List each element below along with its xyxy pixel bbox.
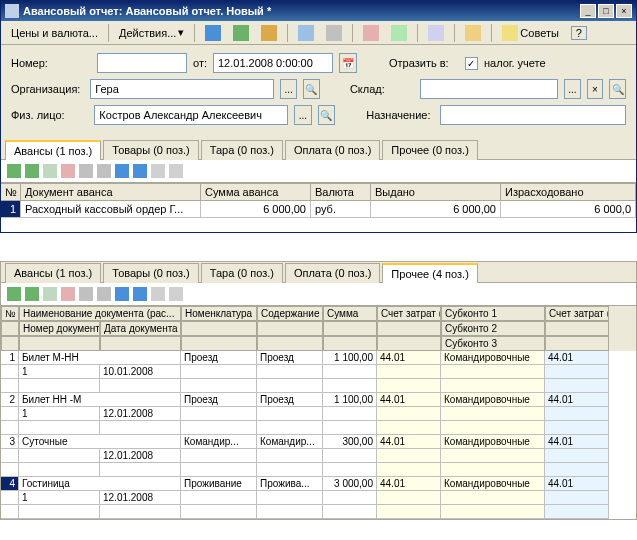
g2h-sub2[interactable]: Субконто 2: [441, 321, 545, 336]
org-input[interactable]: [90, 79, 274, 99]
row-sort-icon[interactable]: [151, 164, 165, 178]
toolbar-refresh-icon[interactable]: [255, 23, 283, 43]
grid2-row-sub[interactable]: 112.01.2008: [1, 407, 636, 421]
currency-button[interactable]: Цены и валюта...: [5, 25, 104, 41]
g2-sort2-icon[interactable]: [169, 287, 183, 301]
g2h-nu[interactable]: Счет затрат (НУ): [545, 306, 609, 321]
warehouse-search-button[interactable]: 🔍: [609, 79, 626, 99]
tab2-other[interactable]: Прочее (4 поз.): [382, 263, 477, 283]
tab-tare[interactable]: Тара (0 поз.): [201, 140, 283, 160]
main-toolbar: Цены и валюта... Действия... ▾ Советы ?: [1, 21, 636, 45]
row-delete-icon[interactable]: [61, 164, 75, 178]
g2h-num[interactable]: №: [1, 306, 19, 321]
org-search-button[interactable]: 🔍: [303, 79, 320, 99]
grid2-row[interactable]: 2Билет НН -МПроездПроезд1 100,0044.01Ком…: [1, 393, 636, 407]
g2h-docnum[interactable]: Номер документа: [19, 321, 100, 336]
g2h-docname[interactable]: Наименование документа (рас...: [19, 306, 181, 321]
grid2-row[interactable]: 1Билет М-ННПроездПроезд1 100,0044.01Кома…: [1, 351, 636, 365]
warehouse-clear-button[interactable]: ×: [587, 79, 604, 99]
purpose-input[interactable]: [440, 105, 626, 125]
grid2-row-sub[interactable]: [1, 505, 636, 519]
tab2-goods[interactable]: Товары (0 поз.): [103, 263, 198, 283]
tax-checkbox[interactable]: ✓: [465, 57, 478, 70]
g2-up-icon[interactable]: [115, 287, 129, 301]
g2-movedown-icon[interactable]: [97, 287, 111, 301]
g2h-nomen[interactable]: Номенклатура: [181, 306, 257, 321]
tab-payment[interactable]: Оплата (0 поз.): [285, 140, 380, 160]
tab-other[interactable]: Прочее (0 поз.): [382, 140, 477, 160]
g2-delete-icon[interactable]: [61, 287, 75, 301]
toolbar-kt-icon[interactable]: [385, 23, 413, 43]
tips-button[interactable]: Советы: [496, 23, 564, 43]
toolbar-dt-icon[interactable]: [357, 23, 385, 43]
row-add-icon[interactable]: [7, 164, 21, 178]
minimize-button[interactable]: _: [580, 4, 596, 18]
toolbar-tree-icon[interactable]: [422, 23, 450, 43]
gh-doc[interactable]: Документ аванса: [21, 184, 201, 200]
row-up-icon[interactable]: [115, 164, 129, 178]
org-select-button[interactable]: ...: [280, 79, 297, 99]
grid2-row-sub[interactable]: 110.01.2008: [1, 365, 636, 379]
grid-row[interactable]: 1 Расходный кассовый ордер Г... 6 000,00…: [1, 201, 636, 218]
row-down-icon[interactable]: [133, 164, 147, 178]
person-select-button[interactable]: ...: [294, 105, 311, 125]
gh-spent[interactable]: Израсходовано: [501, 184, 636, 200]
close-button[interactable]: ×: [616, 4, 632, 18]
warehouse-select-button[interactable]: ...: [564, 79, 581, 99]
grid2-row[interactable]: 4ГостиницаПроживаниеПрожива...3 000,0044…: [1, 477, 636, 491]
grid2-row-sub[interactable]: [1, 379, 636, 393]
g2c-name: Гостиница: [19, 477, 181, 491]
g2c-sum: 1 100,00: [323, 393, 377, 407]
g2h-bu[interactable]: Счет затрат (БУ): [377, 306, 441, 321]
toolbar-save-icon[interactable]: [227, 23, 255, 43]
row-sort2-icon[interactable]: [169, 164, 183, 178]
tab2-payment[interactable]: Оплата (0 поз.): [285, 263, 380, 283]
g2-moveup-icon[interactable]: [79, 287, 93, 301]
g2h-sub3[interactable]: Субконто 3: [441, 336, 545, 351]
toolbar-add-icon[interactable]: [199, 23, 227, 43]
tab2-tare[interactable]: Тара (0 поз.): [201, 263, 283, 283]
tab-advances[interactable]: Авансы (1 поз.): [5, 140, 101, 160]
row-movedown-icon[interactable]: [97, 164, 111, 178]
g2c-nu: 44.01: [545, 393, 609, 407]
g2h-sum[interactable]: Сумма: [323, 306, 377, 321]
g2c-name: Суточные: [19, 435, 181, 449]
toolbar-structure-icon[interactable]: [459, 23, 487, 43]
tab-goods[interactable]: Товары (0 поз.): [103, 140, 198, 160]
grid2-row-sub[interactable]: [1, 463, 636, 477]
grid2-row-sub[interactable]: 12.01.2008: [1, 449, 636, 463]
toolbar-copy-icon[interactable]: [292, 23, 320, 43]
date-picker-button[interactable]: 📅: [339, 53, 357, 73]
gh-sum[interactable]: Сумма аванса: [201, 184, 311, 200]
g2-add-icon[interactable]: [7, 287, 21, 301]
actions-dropdown[interactable]: Действия... ▾: [113, 24, 190, 41]
g2-sort-icon[interactable]: [151, 287, 165, 301]
help-button[interactable]: ?: [565, 24, 593, 42]
row-edit-icon[interactable]: [43, 164, 57, 178]
g2-edit-icon[interactable]: [43, 287, 57, 301]
warehouse-input[interactable]: [420, 79, 558, 99]
g2h-sub1[interactable]: Субконто 1: [441, 306, 545, 321]
form-area: Номер: от: 📅 Отразить в: ✓ налог. учете …: [1, 45, 636, 139]
tab2-advances[interactable]: Авансы (1 поз.): [5, 263, 101, 283]
maximize-button[interactable]: □: [598, 4, 614, 18]
grid2-row-sub[interactable]: 112.01.2008: [1, 491, 636, 505]
date-input[interactable]: [213, 53, 333, 73]
gh-num[interactable]: №: [1, 184, 21, 200]
person-input[interactable]: [94, 105, 288, 125]
g2-down-icon[interactable]: [133, 287, 147, 301]
person-search-button[interactable]: 🔍: [318, 105, 335, 125]
gh-cur[interactable]: Валюта: [311, 184, 371, 200]
g2h-docdate[interactable]: Дата документа: [100, 321, 181, 336]
number-input[interactable]: [97, 53, 187, 73]
main-window: Авансовый отчет: Авансовый отчет. Новый …: [0, 0, 637, 233]
row-moveup-icon[interactable]: [79, 164, 93, 178]
toolbar-list-icon[interactable]: [320, 23, 348, 43]
grid2-row[interactable]: 3СуточныеКомандир...Командир...300,0044.…: [1, 435, 636, 449]
gh-issued[interactable]: Выдано: [371, 184, 501, 200]
row-addcopy-icon[interactable]: [25, 164, 39, 178]
g2c-num: 3: [1, 435, 19, 449]
g2-addcopy-icon[interactable]: [25, 287, 39, 301]
grid2-row-sub[interactable]: [1, 421, 636, 435]
g2h-content[interactable]: Содержание: [257, 306, 323, 321]
